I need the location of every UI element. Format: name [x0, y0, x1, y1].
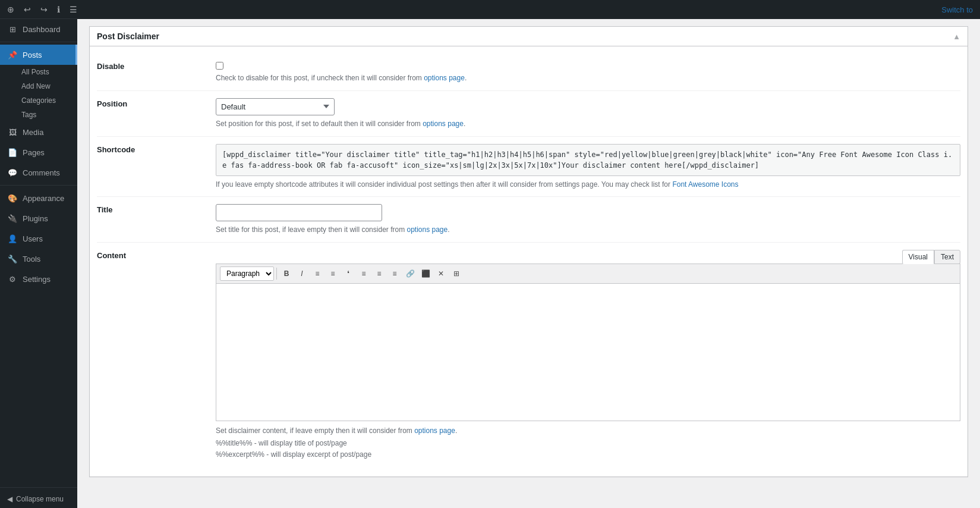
position-options-link[interactable]: options page	[423, 120, 464, 128]
appearance-icon: 🎨	[7, 193, 18, 203]
add-icon[interactable]: ⊕	[5, 2, 17, 17]
content-row: Content Visual Text	[97, 243, 960, 466]
title-input[interactable]	[216, 204, 382, 221]
collapse-menu-button[interactable]: ◀ Collapse menu	[0, 490, 77, 508]
sidebar-item-comments[interactable]: 💬 Comments	[0, 162, 77, 183]
sidebar-dashboard-label: Dashboard	[23, 25, 61, 34]
sidebar-item-media[interactable]: 🖼 Media	[0, 122, 77, 142]
bold-button[interactable]: B	[279, 266, 294, 281]
settings-icon: ⚙	[7, 274, 18, 284]
sidebar-pages-label: Pages	[23, 148, 45, 157]
metabox-title: Post Disclaimer	[97, 32, 159, 41]
hr-button[interactable]: ⬛	[418, 266, 433, 281]
sidebar-item-tools[interactable]: 🔧 Tools	[0, 249, 77, 269]
redo-icon[interactable]: ↪	[38, 2, 50, 17]
post-disclaimer-metabox: Post Disclaimer ▲ Disable Check to disab…	[89, 26, 968, 477]
shortcode-row: Shortcode [wppd_disclaimer title="Your d…	[97, 137, 960, 197]
shortcode-description: If you leave empty shortcode attributes …	[216, 180, 960, 190]
tab-text[interactable]: Text	[934, 250, 960, 264]
sidebar-users-label: Users	[23, 234, 43, 243]
sidebar-item-settings[interactable]: ⚙ Settings	[0, 269, 77, 289]
undo-icon[interactable]: ↩	[21, 2, 33, 17]
tinymce-editor: Paragraph B I ≡ ≡ ❛ ≡ ≡	[216, 264, 960, 421]
content-label-text: Content	[97, 250, 216, 459]
pages-icon: 📄	[7, 147, 18, 158]
ordered-list-button[interactable]: ≡	[326, 266, 340, 281]
content-description: Set disclaimer content, if leave empty t…	[216, 426, 960, 436]
tinymce-body[interactable]	[216, 284, 960, 421]
toolbar-sep-1	[276, 268, 277, 280]
topbar: ⊕ ↩ ↪ ℹ ☰	[0, 0, 77, 19]
menu-icon[interactable]: ☰	[67, 2, 80, 17]
content-options-link[interactable]: options page	[414, 427, 455, 435]
link-button[interactable]: 🔗	[403, 266, 417, 281]
plugins-icon: 🔌	[7, 213, 18, 224]
position-description: Set position for this post, if set to de…	[216, 119, 960, 129]
switch-to-link[interactable]: Switch to	[941, 5, 973, 14]
tags-label: Tags	[21, 111, 36, 119]
sidebar-divider-2	[0, 185, 77, 186]
sidebar-item-categories[interactable]: Categories	[14, 93, 77, 108]
content-field: Visual Text Paragraph	[216, 250, 960, 459]
unordered-list-button[interactable]: ≡	[310, 266, 324, 281]
font-awesome-link[interactable]: Font Awesome Icons	[672, 180, 738, 189]
disable-row: Disable Check to disable for this post, …	[97, 54, 960, 91]
disable-options-link[interactable]: options page	[424, 74, 465, 82]
metabox-body: Disable Check to disable for this post, …	[90, 46, 968, 476]
tab-visual[interactable]: Visual	[902, 250, 934, 264]
sidebar-settings-label: Settings	[23, 275, 51, 284]
sidebar-item-tags[interactable]: Tags	[14, 108, 77, 122]
disable-description: Check to disable for this post, if unche…	[216, 73, 960, 83]
tinymce-toolbar: Paragraph B I ≡ ≡ ❛ ≡ ≡	[216, 264, 960, 284]
editor-tabs: Visual Text	[902, 250, 960, 264]
disable-checkbox[interactable]	[216, 62, 223, 70]
dashboard-icon: ⊞	[7, 24, 18, 35]
sidebar-item-posts[interactable]: 📌 Posts	[0, 45, 77, 65]
position-label: Position	[97, 98, 216, 129]
align-right-button[interactable]: ≡	[387, 266, 402, 281]
position-row: Position Default Before Content After Co…	[97, 91, 960, 137]
sidebar-posts-label: Posts	[23, 51, 42, 59]
sidebar-media-label: Media	[23, 128, 43, 137]
sidebar-item-pages[interactable]: 📄 Pages	[0, 142, 77, 162]
sidebar-appearance-label: Appearance	[23, 194, 64, 203]
sidebar-item-all-posts[interactable]: All Posts	[14, 65, 77, 79]
align-left-button[interactable]: ≡	[357, 266, 371, 281]
disable-checkbox-row	[216, 61, 960, 70]
shortcode-box: [wppd_disclaimer title="Your disclaimer …	[216, 144, 960, 176]
remove-format-button[interactable]: ✕	[434, 266, 448, 281]
italic-button[interactable]: I	[295, 266, 309, 281]
sidebar-plugins-label: Plugins	[23, 214, 48, 223]
sidebar-posts-submenu: All Posts Add New Categories Tags	[0, 65, 77, 122]
position-select[interactable]: Default Before Content After Content	[216, 98, 335, 115]
title-options-link[interactable]: options page	[407, 225, 448, 234]
comments-icon: 💬	[7, 167, 18, 178]
info-icon[interactable]: ℹ	[55, 2, 62, 17]
sidebar-item-appearance[interactable]: 🎨 Appearance	[0, 188, 77, 208]
categories-label: Categories	[21, 96, 56, 105]
title-row: Title Set title for this post, if leave …	[97, 197, 960, 243]
all-posts-label: All Posts	[21, 68, 49, 76]
collapse-icon: ◀	[7, 495, 12, 503]
align-center-button[interactable]: ≡	[372, 266, 386, 281]
title-description: Set title for this post, if leave empty …	[216, 225, 960, 235]
shortcode-label: Shortcode	[97, 144, 216, 190]
sidebar-item-users[interactable]: 👤 Users	[0, 228, 77, 249]
blockquote-button[interactable]: ❛	[341, 266, 355, 281]
sidebar-divider	[0, 42, 77, 42]
title-field-container: Set title for this post, if leave empty …	[216, 204, 960, 235]
sidebar-item-add-new[interactable]: Add New	[14, 79, 77, 93]
content-area: Post Disclaimer ▲ Disable Check to disab…	[77, 19, 980, 496]
collapse-label: Collapse menu	[16, 495, 64, 503]
posts-icon: 📌	[7, 49, 18, 60]
sidebar-item-dashboard[interactable]: ⊞ Dashboard	[0, 19, 77, 39]
title-field-label: Title	[97, 204, 216, 235]
metabox-toggle[interactable]: ▲	[953, 32, 960, 41]
users-icon: 👤	[7, 233, 18, 244]
paragraph-select[interactable]: Paragraph	[220, 266, 274, 281]
add-new-label: Add New	[21, 82, 51, 90]
disable-field: Check to disable for this post, if unche…	[216, 61, 960, 83]
sidebar-item-plugins[interactable]: 🔌 Plugins	[0, 208, 77, 228]
media-icon: 🖼	[7, 127, 18, 137]
table-button[interactable]: ⊞	[449, 266, 464, 281]
